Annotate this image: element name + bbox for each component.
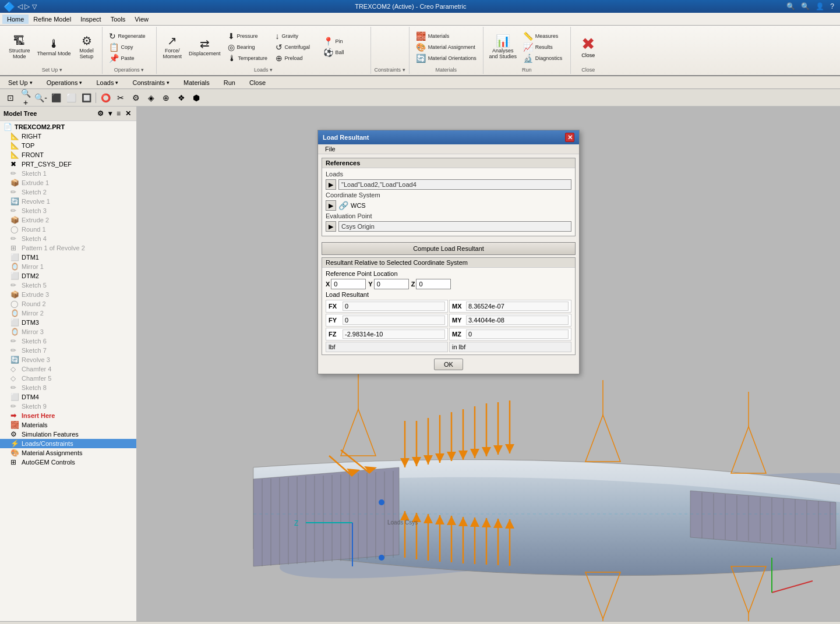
zoom-out-button[interactable]: 🔍- — [34, 91, 48, 104]
search-button[interactable]: 🔍 — [799, 2, 812, 10]
analyses-studies-button[interactable]: 📊 Analysesand Studies — [487, 33, 519, 62]
temperature-button[interactable]: 🌡 Temperature — [225, 53, 271, 63]
tree-item-mirror3[interactable]: 🪞 Mirror 3 — [0, 327, 136, 336]
tree-item-sketch9[interactable]: ✏ Sketch 9 — [0, 402, 136, 411]
diagnostics-button[interactable]: 🔬 Diagnostics — [520, 53, 567, 63]
loads-input[interactable] — [338, 179, 571, 190]
tree-item-dtm4[interactable]: ⬜ DTM4 — [0, 392, 136, 402]
tree-menu-icon[interactable]: ≡ — [115, 108, 122, 119]
rotate-button[interactable]: ⬜ — [64, 91, 78, 104]
tree-item-extrude1[interactable]: 📦 Extrude 1 — [0, 178, 136, 187]
preload-button[interactable]: ⊕ Preload — [273, 53, 319, 63]
model-setup-button[interactable]: ⚙ ModelSetup — [75, 33, 98, 62]
copy-button[interactable]: 📋 Copy — [106, 42, 153, 52]
menu-item-home[interactable]: Home — [2, 15, 29, 24]
menu-item-refine[interactable]: Refine Model — [29, 15, 76, 24]
ref-y-input[interactable] — [374, 279, 409, 289]
tree-expand-icon[interactable]: ▾ — [107, 108, 114, 119]
menu-item-tools[interactable]: Tools — [106, 15, 130, 24]
force-moment-button[interactable]: ↗ Force/Moment — [160, 33, 185, 62]
tree-item-sketch2[interactable]: ✏ Sketch 2 — [0, 187, 136, 197]
tree-item-extrude3[interactable]: 📦 Extrude 3 — [0, 290, 136, 299]
display3-button[interactable]: ◈ — [144, 91, 158, 104]
run-bottom[interactable]: Run — [220, 78, 239, 87]
constraints-bottom[interactable]: Constraints ▾ — [129, 78, 173, 87]
regenerate-button[interactable]: ↻ Regenerate — [106, 31, 153, 41]
mx-value[interactable] — [466, 302, 569, 311]
tree-item-sketch8[interactable]: ✏ Sketch 8 — [0, 383, 136, 392]
dialog-file-menu[interactable]: File — [322, 144, 339, 154]
tree-item-materials[interactable]: 🧱 Materials — [0, 420, 136, 430]
materials-button[interactable]: 🧱 Materials — [413, 31, 479, 41]
material-assignment-button[interactable]: 🎨 Material Assignment — [413, 42, 479, 52]
display6-button[interactable]: ⬢ — [189, 91, 203, 104]
display1-button[interactable]: ✂ — [114, 91, 128, 104]
loads-bottom[interactable]: Loads ▾ — [93, 78, 122, 87]
material-orientations-button[interactable]: 🔄 Material Orientations — [413, 53, 479, 63]
tree-settings-icon[interactable]: ⚙ — [96, 108, 105, 119]
tree-item-round2[interactable]: ◯ Round 2 — [0, 299, 136, 309]
tree-item-right[interactable]: 📐 RIGHT — [0, 132, 136, 141]
pan-button[interactable]: 🔲 — [79, 91, 93, 104]
tree-item-sketch6[interactable]: ✏ Sketch 6 — [0, 336, 136, 346]
tree-item-mirror1[interactable]: 🪞 Mirror 1 — [0, 262, 136, 271]
materials-bottom[interactable]: Materials — [180, 78, 213, 87]
results-button[interactable]: 📈 Results — [520, 42, 567, 52]
tree-item-sketch5[interactable]: ✏ Sketch 5 — [0, 281, 136, 290]
tree-item-insert-here[interactable]: ➡ Insert Here — [0, 411, 136, 420]
tree-item-csys[interactable]: ✖ PRT_CSYS_DEF — [0, 159, 136, 169]
zoom-in-button[interactable]: 🔍+ — [19, 91, 33, 104]
display5-button[interactable]: ❖ — [174, 91, 188, 104]
title-bar-controls[interactable]: 🔍 🔍 👤 ? — [784, 2, 837, 10]
tree-item-dtm2[interactable]: ⬜ DTM2 — [0, 271, 136, 281]
tree-close-icon[interactable]: ✕ — [123, 108, 133, 119]
ok-button[interactable]: OK — [434, 359, 463, 370]
title-bar-nav[interactable]: ▽ — [32, 3, 37, 10]
displacement-button[interactable]: ⇄ Displacement — [186, 36, 224, 59]
tree-item-front[interactable]: 📐 FRONT — [0, 150, 136, 159]
display2-button[interactable]: ⚙ — [129, 91, 143, 104]
measures-button[interactable]: 📏 Measures — [520, 31, 567, 41]
tree-item-autogem[interactable]: ⊞ AutoGEM Controls — [0, 458, 136, 467]
tree-item-extrude2[interactable]: 📦 Extrude 2 — [0, 215, 136, 225]
ref-x-input[interactable] — [331, 279, 366, 289]
setup-bottom[interactable]: Set Up ▾ — [5, 78, 36, 87]
tree-item-sketch1[interactable]: ✏ Sketch 1 — [0, 169, 136, 178]
account-button[interactable]: 👤 — [813, 2, 827, 10]
bearing-button[interactable]: ◎ Bearing — [225, 42, 271, 52]
ref-z-input[interactable] — [416, 279, 451, 289]
tree-item-dtm3[interactable]: ⬜ DTM3 — [0, 318, 136, 327]
help-button[interactable]: ? — [828, 2, 837, 10]
tree-item-revolve3[interactable]: 🔄 Revolve 3 — [0, 355, 136, 364]
paste-button[interactable]: 📌 Paste — [106, 53, 153, 63]
fy-value[interactable] — [343, 315, 445, 325]
minimize-button[interactable]: 🔍 — [784, 2, 797, 10]
dialog-close-button[interactable]: ✕ — [565, 133, 574, 142]
tree-item-dtm1[interactable]: ⬜ DTM1 — [0, 253, 136, 262]
fz-value[interactable] — [343, 329, 445, 339]
menu-item-view[interactable]: View — [130, 15, 153, 24]
pin-button[interactable]: 📍 Pin — [320, 36, 367, 47]
thermal-mode-button[interactable]: 🌡 Thermal Mode — [34, 36, 74, 59]
tree-item-root[interactable]: 📄 TREXCOM2.PRT — [0, 122, 136, 132]
tree-item-material-assignments[interactable]: 🎨 Material Assignments — [0, 448, 136, 458]
spin-button[interactable]: ⭕ — [98, 91, 112, 104]
ball-button[interactable]: ⚽ Ball — [320, 47, 367, 58]
tree-item-sketch4[interactable]: ✏ Sketch 4 — [0, 234, 136, 243]
fit-button[interactable]: ⊡ — [3, 91, 17, 104]
tree-item-top[interactable]: 📐 TOP — [0, 141, 136, 150]
tree-item-chamfer5[interactable]: ◇ Chamfer 5 — [0, 374, 136, 383]
tree-item-sketch7[interactable]: ✏ Sketch 7 — [0, 346, 136, 355]
centrifugal-button[interactable]: ↺ Centrifugal — [273, 42, 319, 52]
operations-bottom[interactable]: Operations ▾ — [43, 78, 86, 87]
menu-item-inspect[interactable]: Inspect — [76, 15, 105, 24]
eval-cursor-button[interactable]: ▶ — [326, 221, 336, 232]
tree-item-chamfer4[interactable]: ◇ Chamfer 4 — [0, 364, 136, 374]
gravity-button[interactable]: ↓ Gravity — [273, 31, 319, 41]
load-resultant-dialog[interactable]: Load Resultant ✕ File References Loads — [317, 130, 580, 374]
compute-button[interactable]: Compute Load Resultant — [322, 242, 576, 255]
tree-item-round1[interactable]: ◯ Round 1 — [0, 225, 136, 234]
structure-mode-button[interactable]: 🏗 StructureMode — [6, 33, 33, 62]
box-zoom-button[interactable]: ⬛ — [49, 91, 63, 104]
close-bottom[interactable]: Close — [246, 78, 269, 87]
